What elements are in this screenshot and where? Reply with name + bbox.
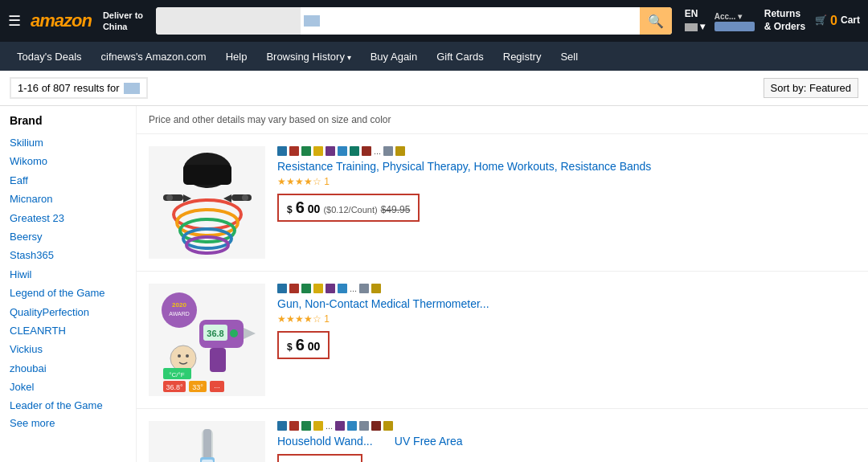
main-content: Brand Skilium Wikomo Eaff Micnaron Great…: [0, 106, 868, 462]
product-stars-2: ★★★★☆ 1: [277, 313, 856, 325]
sort-dropdown[interactable]: Sort by: Featured: [764, 78, 858, 98]
search-input[interactable]: [156, 7, 301, 35]
navbar: Today's Deals cifnews's Amazon.com Help …: [0, 42, 868, 71]
price-box-2: $ 6 00: [277, 331, 330, 359]
svg-text:36.8: 36.8: [207, 329, 223, 338]
price-dollar-1: $: [287, 204, 293, 215]
product-image-1[interactable]: [149, 146, 265, 259]
svg-marker-20: [244, 328, 256, 339]
brand-beersy[interactable]: Beersy: [10, 227, 126, 246]
color-dot: [277, 146, 287, 156]
product-row: ... Resistance Training, Physical Therap…: [137, 134, 868, 272]
more-colors-2: ...: [350, 284, 357, 293]
brand-jokel[interactable]: Jokel: [10, 378, 126, 396]
brand-eaff[interactable]: Eaff: [10, 171, 126, 190]
color-dot: [335, 421, 345, 431]
brand-vickius[interactable]: Vickius: [10, 340, 126, 358]
color-dot: [326, 284, 335, 293]
svg-text:AWARD: AWARD: [169, 311, 190, 317]
color-dot: [289, 284, 299, 293]
nav-browsing-history[interactable]: Browsing History: [257, 45, 359, 68]
product-color-row-3: ...: [277, 421, 856, 431]
color-dot: [371, 421, 381, 431]
product-image-3[interactable]: [149, 421, 265, 462]
brand-wikomo[interactable]: Wikomo: [10, 152, 126, 170]
search-button[interactable]: 🔍: [640, 7, 672, 35]
color-dot: [359, 421, 369, 431]
product-row: ... Household Wand... UV Free Area $ 6 0…: [137, 409, 868, 462]
returns-orders[interactable]: Returns & Orders: [764, 8, 805, 33]
color-dot: [338, 146, 347, 156]
amazon-logo: amazon: [31, 10, 92, 31]
results-header: 1-16 of 807 results for Sort by: Feature…: [0, 71, 868, 106]
svg-point-9: [166, 194, 173, 201]
brand-legend[interactable]: Legend of the Game: [10, 284, 126, 302]
product-image-2[interactable]: 2020 AWARD 36.8: [149, 284, 265, 396]
cart-button[interactable]: 🛒 0 Cart: [815, 13, 860, 30]
see-more-brands[interactable]: See more: [10, 417, 126, 429]
header-right: EN ▾ Acc... ▾ Returns & Orders 🛒 0 Cart: [685, 8, 860, 33]
brand-list: Skilium Wikomo Eaff Micnaron Greatest 23…: [10, 133, 126, 415]
product-info-2: ... Gun, Non-Contact Medical Thermometer…: [277, 284, 856, 359]
nav-buy-again[interactable]: Buy Again: [362, 45, 427, 68]
deliver-to-box[interactable]: Deliver to China: [103, 10, 143, 33]
product-name-3[interactable]: Household Wand... UV Free Area: [277, 435, 856, 448]
brand-micnaron[interactable]: Micnaron: [10, 190, 126, 208]
price-cents-1: 00: [308, 202, 321, 215]
deliver-location: China: [103, 21, 143, 32]
nav-gift-cards[interactable]: Gift Cards: [428, 45, 493, 68]
product-name-2[interactable]: Gun, Non-Contact Medical Thermometer...: [277, 297, 856, 310]
uv-wand-image: [155, 425, 260, 462]
brand-hiwil[interactable]: Hiwil: [10, 265, 126, 284]
svg-point-13: [162, 292, 197, 328]
color-dot: [313, 146, 323, 156]
color-dot: [289, 421, 299, 431]
brand-stash365[interactable]: Stash365: [10, 246, 126, 264]
nav-sell[interactable]: Sell: [551, 45, 587, 68]
resistance-bands-image: [155, 150, 260, 255]
price-cents-2: 00: [308, 340, 321, 353]
more-colors-3: ...: [326, 421, 333, 431]
brand-skilium[interactable]: Skilium: [10, 133, 126, 152]
product-list: Price and other details may vary based o…: [137, 106, 868, 462]
svg-point-22: [170, 345, 196, 371]
header: ☰ amazon Deliver to China 🔍 EN ▾ Acc... …: [0, 0, 868, 42]
product-row: 2020 AWARD 36.8: [137, 272, 868, 409]
svg-point-24: [186, 354, 189, 358]
price-box-3: $ 6 00 $42.97: [277, 454, 362, 462]
product-info-1: ... Resistance Training, Physical Therap…: [277, 146, 856, 222]
color-dot: [362, 146, 371, 156]
search-main-input[interactable]: [323, 7, 640, 35]
svg-text:33°: 33°: [192, 383, 203, 391]
brand-greatest23[interactable]: Greatest 23: [10, 209, 126, 227]
product-info-3: ... Household Wand... UV Free Area $ 6 0…: [277, 421, 856, 462]
price-dollar-2: $: [287, 341, 293, 353]
product-color-row-2: ...: [277, 284, 856, 293]
nav-registry[interactable]: Registry: [494, 45, 551, 68]
results-count-box: 1-16 of 807 results for: [10, 77, 148, 99]
brand-zhoubai[interactable]: zhoubai: [10, 359, 126, 378]
nav-todays-deals[interactable]: Today's Deals: [8, 45, 91, 68]
account-menu[interactable]: Acc... ▾: [714, 11, 755, 31]
color-dot: [301, 284, 311, 293]
product-name-1[interactable]: Resistance Training, Physical Therapy, H…: [277, 160, 856, 173]
returns-label: Returns: [764, 8, 805, 21]
svg-point-21: [230, 329, 238, 337]
price-box-1: $ 6 00 ($0.12/Count) $49.95: [277, 194, 420, 222]
nav-help[interactable]: Help: [217, 45, 256, 68]
svg-text:36.8°: 36.8°: [166, 383, 183, 391]
brand-qualityperfection[interactable]: QualityPerfection: [10, 303, 126, 321]
color-dot: [326, 146, 335, 156]
brand-leader[interactable]: Leader of the Game: [10, 396, 126, 415]
brand-cleanrth[interactable]: CLEANRTH: [10, 321, 126, 340]
color-dot: [350, 146, 359, 156]
nav-cifnews[interactable]: cifnews's Amazon.com: [92, 45, 215, 68]
color-dot: [371, 284, 381, 293]
price-dollars-2: 6: [296, 336, 305, 354]
svg-point-10: [242, 194, 248, 201]
color-dot: [277, 284, 287, 293]
language-selector[interactable]: EN ▾: [685, 8, 705, 33]
hamburger-icon[interactable]: ☰: [8, 12, 21, 30]
product-stars-1: ★★★★☆ 1: [277, 176, 856, 187]
svg-text:°C/°F: °C/°F: [169, 371, 184, 378]
